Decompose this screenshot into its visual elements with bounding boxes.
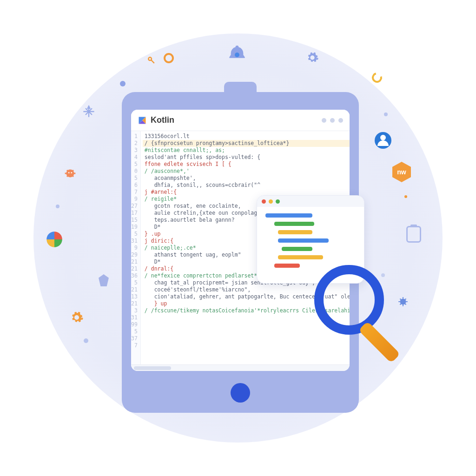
line-number: 7: [131, 189, 138, 196]
line-number: 2: [131, 140, 138, 147]
home-button[interactable]: [231, 383, 250, 403]
code-line: / {sfnprocsetun prongtamy>sactinse_lofti…: [143, 140, 350, 147]
svg-marker-2: [88, 106, 90, 108]
compass-icon: [82, 105, 95, 118]
code-line: seslod'ant pffiles sp>dops-vulted: {: [145, 154, 350, 161]
line-number: 5: [131, 161, 138, 168]
line-number: 29: [131, 251, 138, 258]
horizontal-scrollbar[interactable]: [131, 364, 350, 371]
code-line: ffone edlete scvisech I [ {: [145, 161, 350, 168]
circle-icon: [164, 53, 174, 63]
gear-icon: [70, 311, 84, 324]
code-line: acoanmpshte',: [145, 175, 350, 182]
minimize-dot-icon[interactable]: [269, 199, 273, 204]
line-number: 21: [131, 265, 138, 272]
window-dot-icon[interactable]: [322, 118, 326, 123]
close-dot-icon[interactable]: [262, 199, 266, 204]
code-bar: [265, 213, 312, 218]
svg-point-1: [148, 57, 152, 60]
code-line: j #arnel:{: [145, 189, 350, 196]
line-number: 5: [131, 175, 138, 182]
line-number: 13: [131, 293, 138, 300]
window-dot-icon[interactable]: [330, 118, 335, 123]
line-number: 4: [131, 154, 138, 161]
line-number: 3: [131, 147, 138, 154]
maximize-dot-icon[interactable]: [276, 199, 280, 204]
line-number: 5: [131, 328, 138, 335]
line-number: 37: [131, 335, 138, 342]
gear-icon: [306, 51, 319, 64]
bell-icon: [228, 44, 246, 66]
code-bar: [278, 230, 312, 234]
code-line: #nitscontae cnnallt;, as;: [145, 147, 350, 154]
magnifying-glass-icon: [314, 265, 384, 335]
line-number: 9: [131, 245, 138, 251]
line-gutter: 1234505679271715195319292121365211321331…: [131, 131, 141, 364]
badge-text: nw: [397, 168, 406, 176]
svg-point-6: [380, 135, 386, 140]
line-number: 36: [131, 272, 138, 279]
line-number: 19: [131, 224, 138, 231]
dot-icon: [84, 338, 88, 343]
line-number: 21: [131, 286, 138, 293]
line-number: 17: [131, 210, 138, 217]
line-number: 99: [131, 321, 138, 328]
line-number: 5: [131, 279, 138, 286]
tablet-notch: [224, 82, 257, 98]
editor-title: Kotlin: [151, 115, 174, 125]
line-number: 7: [131, 342, 138, 349]
code-line: / /ausconne*,': [145, 168, 350, 175]
scrollbar-thumb[interactable]: [134, 366, 171, 370]
line-number: 27: [131, 203, 138, 210]
kotlin-logo-icon: [138, 116, 147, 125]
dot-icon: [384, 112, 388, 116]
virus-icon: [397, 296, 409, 308]
key-icon: [147, 56, 156, 65]
bug-icon: [62, 165, 78, 181]
editor-header: Kotlin: [131, 110, 350, 131]
code-bar: [274, 222, 314, 226]
line-number: 31: [131, 238, 138, 245]
mini-window-controls[interactable]: [257, 196, 364, 207]
line-number: 21: [131, 258, 138, 265]
svg-point-0: [235, 53, 239, 57]
window-dot-icon[interactable]: [338, 118, 343, 123]
clipboard-icon: [406, 226, 421, 243]
code-bar: [278, 238, 329, 243]
line-number: 31: [131, 314, 138, 321]
refresh-icon: [370, 71, 384, 85]
line-number: 0: [131, 168, 138, 175]
segments-icon: [45, 230, 64, 249]
line-number: 1: [131, 133, 138, 140]
code-bar: [282, 247, 312, 251]
user-badge-icon: [375, 132, 391, 149]
line-number: 3: [131, 307, 138, 314]
dot-icon: [120, 81, 126, 86]
code-bar: [278, 255, 323, 259]
svg-point-5: [71, 172, 72, 173]
line-number: 6: [131, 182, 138, 189]
line-number: 9: [131, 196, 138, 203]
dot-icon: [56, 205, 60, 208]
code-bar: [274, 264, 299, 268]
svg-point-4: [68, 172, 70, 173]
line-number: 21: [131, 300, 138, 307]
code-line: dhfia, stonil,, scouns=ccbrair("^: [145, 182, 350, 189]
window-controls[interactable]: [322, 118, 343, 123]
dot-icon: [404, 195, 407, 198]
line-number: 15: [131, 217, 138, 224]
code-line: 133156ocorl.lt: [145, 133, 350, 140]
line-number: 5: [131, 231, 138, 238]
